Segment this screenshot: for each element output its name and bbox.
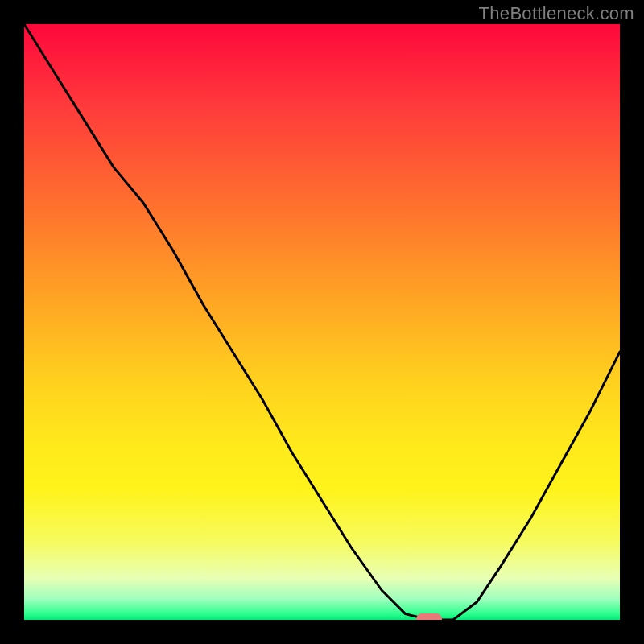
watermark-text: TheBottleneck.com [479, 3, 634, 24]
chart-frame: TheBottleneck.com [0, 0, 644, 644]
optimum-marker [416, 613, 442, 620]
bottleneck-curve [24, 24, 620, 620]
plot-area [24, 24, 620, 620]
curve-path [24, 24, 620, 620]
